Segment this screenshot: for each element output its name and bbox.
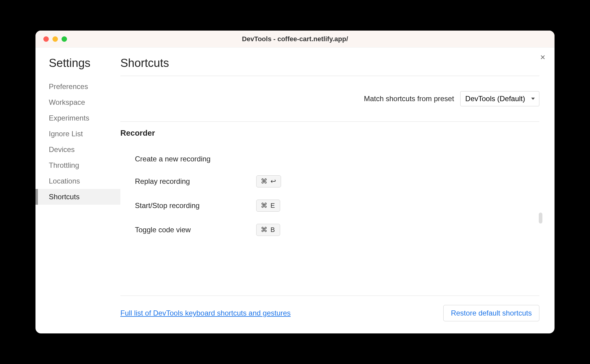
titlebar: DevTools - coffee-cart.netlify.app/ <box>35 31 555 48</box>
devtools-window: DevTools - coffee-cart.netlify.app/ ✕ Se… <box>35 31 555 333</box>
preset-row: Match shortcuts from preset DevTools (De… <box>120 91 539 106</box>
shortcuts-section: Recorder Create a new recording Replay r… <box>120 121 539 296</box>
chevron-down-icon <box>531 98 535 100</box>
sidebar-item-shortcuts[interactable]: Shortcuts <box>35 189 120 205</box>
sidebar-item-ignore-list[interactable]: Ignore List <box>35 126 120 142</box>
content-area: ✕ Settings Preferences Workspace Experim… <box>35 48 555 333</box>
restore-defaults-button[interactable]: Restore default shortcuts <box>443 305 539 321</box>
shortcut-label: Start/Stop recording <box>135 201 256 210</box>
shortcut-row-create-recording: Create a new recording <box>120 149 539 169</box>
sidebar-title: Settings <box>35 57 120 70</box>
main-panel: Shortcuts Match shortcuts from preset De… <box>120 48 555 333</box>
close-window-button[interactable] <box>43 36 49 42</box>
keycap: ⌘ E <box>256 200 280 212</box>
sidebar-item-label: Throttling <box>49 161 79 169</box>
sidebar-item-workspace[interactable]: Workspace <box>35 94 120 110</box>
sidebar-item-experiments[interactable]: Experiments <box>35 110 120 126</box>
footer: Full list of DevTools keyboard shortcuts… <box>120 296 539 333</box>
sidebar-item-label: Shortcuts <box>49 193 79 201</box>
traffic-lights <box>35 36 67 42</box>
preset-select[interactable]: DevTools (Default) <box>460 91 539 106</box>
section-title: Recorder <box>120 128 539 138</box>
maximize-window-button[interactable] <box>62 36 67 42</box>
shortcut-label: Create a new recording <box>135 155 256 163</box>
sidebar-item-label: Ignore List <box>49 130 83 138</box>
sidebar-item-devices[interactable]: Devices <box>35 142 120 157</box>
shortcut-row-toggle-code-view: Toggle code view ⌘ B <box>120 218 539 242</box>
shortcut-row-start-stop-recording: Start/Stop recording ⌘ E <box>120 194 539 218</box>
preset-label: Match shortcuts from preset <box>364 94 454 103</box>
full-shortcuts-link[interactable]: Full list of DevTools keyboard shortcuts… <box>120 309 291 317</box>
sidebar-item-label: Workspace <box>49 98 85 106</box>
scrollbar-thumb[interactable] <box>539 213 542 223</box>
shortcut-label: Toggle code view <box>135 226 256 234</box>
minimize-window-button[interactable] <box>52 36 58 42</box>
sidebar-item-label: Experiments <box>49 114 89 122</box>
sidebar-item-label: Devices <box>49 145 75 154</box>
sidebar-item-throttling[interactable]: Throttling <box>35 157 120 173</box>
sidebar-item-preferences[interactable]: Preferences <box>35 79 120 94</box>
sidebar-item-label: Locations <box>49 177 80 185</box>
window-title: DevTools - coffee-cart.netlify.app/ <box>242 35 348 43</box>
keycap: ⌘ B <box>256 224 280 236</box>
settings-sidebar: Settings Preferences Workspace Experimen… <box>35 48 120 333</box>
preset-value: DevTools (Default) <box>465 94 525 103</box>
sidebar-item-locations[interactable]: Locations <box>35 173 120 189</box>
shortcut-row-replay-recording: Replay recording ⌘ ↩ <box>120 169 539 194</box>
shortcut-label: Replay recording <box>135 177 256 186</box>
sidebar-item-label: Preferences <box>49 82 88 91</box>
close-icon[interactable]: ✕ <box>540 54 545 61</box>
keycap: ⌘ ↩ <box>256 175 281 187</box>
page-title: Shortcuts <box>120 57 539 76</box>
